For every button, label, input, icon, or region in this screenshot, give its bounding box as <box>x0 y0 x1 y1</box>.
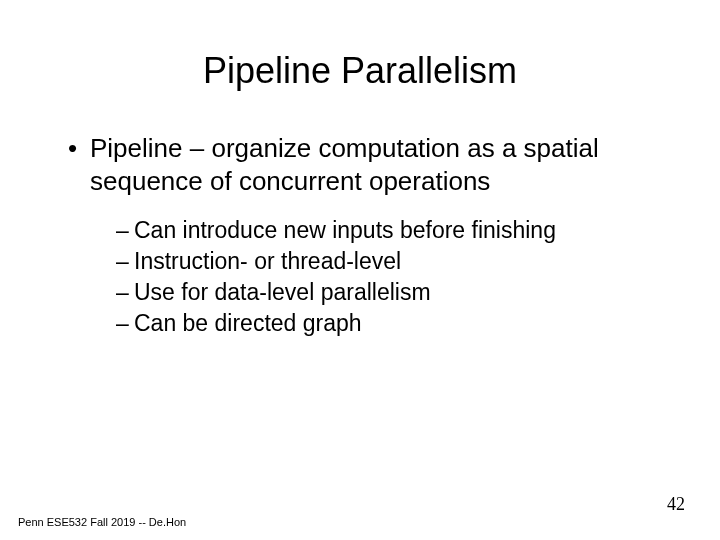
page-number: 42 <box>667 494 685 515</box>
slide-container: Pipeline Parallelism Pipeline – organize… <box>0 0 720 540</box>
sub-bullet-list: Can introduce new inputs before finishin… <box>60 215 660 339</box>
main-bullet: Pipeline – organize computation as a spa… <box>60 132 660 197</box>
footer-text: Penn ESE532 Fall 2019 -- De.Hon <box>18 516 186 528</box>
slide-title: Pipeline Parallelism <box>60 50 660 92</box>
sub-bullet-item: Use for data-level parallelism <box>116 277 660 308</box>
sub-bullet-item: Instruction- or thread-level <box>116 246 660 277</box>
sub-bullet-item: Can be directed graph <box>116 308 660 339</box>
sub-bullet-item: Can introduce new inputs before finishin… <box>116 215 660 246</box>
